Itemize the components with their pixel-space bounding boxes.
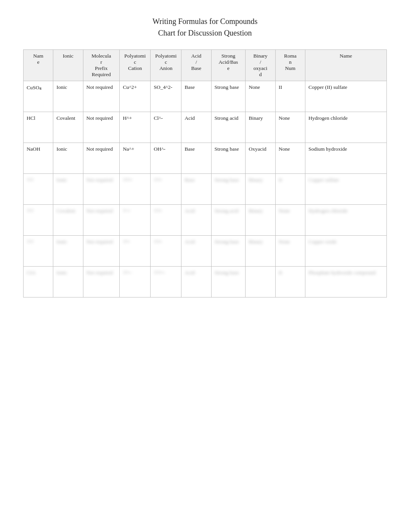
table-cell: Binary	[246, 112, 275, 143]
table-cell: Strong base	[211, 174, 246, 205]
table-cell: Strong acid	[211, 205, 246, 236]
table-cell: Strong base	[211, 236, 246, 267]
table-cell: Copper (II) sulfate	[305, 81, 386, 112]
header-polyatomic-anion: PolyatomicAnion	[151, 50, 181, 81]
table-cell: CIA	[24, 267, 53, 297]
table-cell: SO_4^2-	[151, 81, 181, 112]
table-cell: Ionic	[53, 143, 83, 174]
header-molecular-prefix: MolecularPrefixRequired	[83, 50, 120, 81]
table-cell: Cl^-	[151, 112, 181, 143]
table-cell: Not required	[83, 267, 120, 297]
table-cell: II	[275, 174, 305, 205]
header-name-final: Name	[305, 50, 386, 81]
table-cell: Not required	[83, 112, 120, 143]
table-cell: ?^+	[120, 205, 151, 236]
table-cell: None	[246, 81, 275, 112]
table-cell: ???-	[151, 205, 181, 236]
table-cell: Sodium hydroxide	[305, 143, 386, 174]
table-cell: CuSO₄	[24, 81, 53, 112]
table-cell: Not required	[83, 143, 120, 174]
table-cell: ???-	[151, 236, 181, 267]
table-cell: Strong base	[211, 143, 246, 174]
header-ionic-covalent: Ionic	[53, 50, 83, 81]
table-cell: Oxyacid	[246, 143, 275, 174]
table-cell: Copper sulfate	[305, 174, 386, 205]
table-cell: None	[275, 112, 305, 143]
header-polyatomic-cation: PolyatomicCation	[120, 50, 151, 81]
header-roman-num: RomanNum	[275, 50, 305, 81]
table-cell: None	[275, 236, 305, 267]
table-cell: Binary	[246, 236, 275, 267]
table-cell: Acid	[181, 205, 211, 236]
table-cell: ???	[24, 236, 53, 267]
table-cell: Covalent	[53, 205, 83, 236]
table-row: NaOHIonicNot requiredNa^+OH^-BaseStrong …	[24, 143, 387, 174]
table-cell	[246, 267, 275, 297]
table-cell: II	[275, 267, 305, 297]
table-cell: H^+	[120, 112, 151, 143]
table-cell: ??+	[120, 236, 151, 267]
table-row: CuSO₄IonicNot requiredCu^2+SO_4^2-BaseSt…	[24, 81, 387, 112]
table-cell: Phosphate hydroxide compound	[305, 267, 386, 297]
compound-chart-table: Name Ionic MolecularPrefixRequired Polya…	[23, 49, 387, 297]
table-cell: Acid	[181, 267, 211, 297]
table-row: ???CovalentNot required?^+???-AcidStrong…	[24, 205, 387, 236]
header-binary-oxyacid: Binary/oxyacid	[246, 50, 275, 81]
table-cell: HCl	[24, 112, 53, 143]
table-cell: Hydrogen chloride	[305, 112, 386, 143]
table-row: ???IonicNot required???+???-BaseStrong b…	[24, 174, 387, 205]
table-cell: Base	[181, 174, 211, 205]
table-cell: ???	[24, 174, 53, 205]
table-cell: Ionic	[53, 174, 83, 205]
table-cell: Base	[181, 143, 211, 174]
table-cell: OH^-	[151, 143, 181, 174]
table-cell: ???+	[120, 174, 151, 205]
table-cell: ???-	[151, 174, 181, 205]
table-cell: Binary	[246, 205, 275, 236]
table-cell: ??+-	[120, 267, 151, 297]
table-cell: Not required	[83, 205, 120, 236]
table-cell: Base	[181, 81, 211, 112]
page-title: Writing Formulas for Compounds Chart for…	[23, 15, 387, 39]
header-acid-base: Acid/Base	[181, 50, 211, 81]
table-cell: Not required	[83, 174, 120, 205]
table-cell: Ionic	[53, 236, 83, 267]
table-row: ???IonicNot required??+???-AcidStrong ba…	[24, 236, 387, 267]
table-cell: Ionic	[53, 267, 83, 297]
table-cell: Acid	[181, 236, 211, 267]
table-cell: Strong base	[211, 81, 246, 112]
table-cell: Strong base	[211, 267, 246, 297]
table-cell: Ionic	[53, 81, 83, 112]
table-cell: Not required	[83, 236, 120, 267]
table-cell: Na^+	[120, 143, 151, 174]
table-cell: Cu^2+	[120, 81, 151, 112]
header-name: Name	[24, 50, 53, 81]
table-cell: Binary	[246, 174, 275, 205]
table-cell: NaOH	[24, 143, 53, 174]
table-cell: None	[275, 143, 305, 174]
table-cell: Not required	[83, 81, 120, 112]
table-cell: Covalent	[53, 112, 83, 143]
table-cell: None	[275, 205, 305, 236]
table-cell: Copper oxide	[305, 236, 386, 267]
table-cell: ???	[24, 205, 53, 236]
table-header-row: Name Ionic MolecularPrefixRequired Polya…	[24, 50, 387, 81]
table-cell: Strong acid	[211, 112, 246, 143]
table-cell: Hydrogen chloride	[305, 205, 386, 236]
table-cell: II	[275, 81, 305, 112]
table-cell: ???+-	[151, 267, 181, 297]
header-strong-acid-base: StrongAcid/Base	[211, 50, 246, 81]
table-row: CIAIonicNot required??+-???+-AcidStrong …	[24, 267, 387, 297]
table-row: HClCovalentNot requiredH^+Cl^-AcidStrong…	[24, 112, 387, 143]
table-cell: Acid	[181, 112, 211, 143]
